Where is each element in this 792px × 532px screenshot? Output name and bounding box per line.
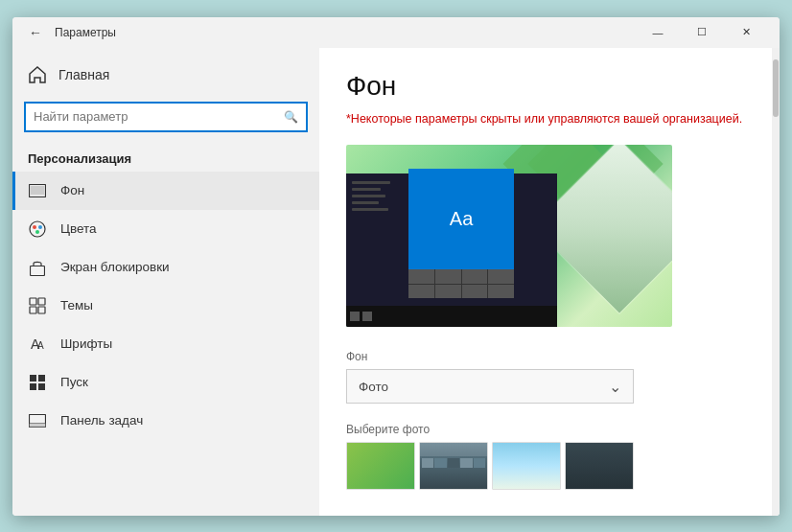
fonts-label: Шрифты [60, 336, 112, 351]
svg-rect-1 [31, 186, 44, 195]
themes-label: Темы [60, 298, 93, 312]
start-icon [28, 373, 47, 392]
grid-cell-5 [408, 285, 434, 299]
svg-rect-15 [30, 383, 36, 390]
svg-rect-8 [38, 298, 45, 305]
grid-cell-1 [408, 269, 434, 284]
desktop-line-2 [352, 188, 381, 191]
sidebar-item-fonts[interactable]: A A Шрифты [12, 325, 319, 363]
sidebar-item-colors[interactable]: Цвета [12, 210, 319, 248]
titlebar: ← Параметры — ☐ ✕ [12, 17, 780, 48]
photos-row [346, 442, 753, 490]
lockscreen-icon [28, 258, 47, 277]
main-panel: Фон *Некоторые параметры скрыты или упра… [319, 48, 780, 516]
svg-point-2 [30, 221, 45, 237]
taskbar-icon-1 [350, 312, 360, 321]
sidebar-item-start[interactable]: Пуск [12, 363, 319, 402]
svg-point-3 [33, 225, 36, 229]
svg-rect-7 [30, 298, 36, 305]
svg-text:A: A [37, 340, 44, 351]
colors-icon [28, 220, 47, 239]
grid-cell-4 [488, 269, 514, 284]
start-label: Пуск [60, 375, 88, 389]
city-grid [420, 456, 487, 489]
taskbar-icon-2 [362, 312, 372, 321]
desktop-line-3 [352, 195, 385, 197]
home-icon [28, 65, 47, 84]
themes-icon [28, 296, 47, 315]
grid-cell-8 [488, 285, 514, 299]
home-label: Главная [58, 67, 109, 82]
sidebar-item-background[interactable]: Фон [12, 172, 319, 210]
svg-rect-10 [38, 307, 45, 313]
sidebar-item-themes[interactable]: Темы [12, 287, 319, 325]
desktop-line-4 [352, 201, 379, 204]
content-area: Главная 🔍 Персонализация Фон [12, 48, 780, 516]
background-label: Фон [60, 183, 84, 197]
settings-window: ← Параметры — ☐ ✕ Главная 🔍 [12, 17, 780, 516]
close-button[interactable]: ✕ [724, 17, 768, 48]
fonts-icon: A A [28, 335, 47, 354]
window-controls: — ☐ ✕ [636, 17, 768, 48]
svg-rect-6 [31, 266, 45, 275]
dropdown-arrow-icon: ⌄ [609, 378, 621, 396]
desktop-line-5 [352, 208, 388, 211]
background-dropdown[interactable]: Фото ⌄ [346, 369, 634, 404]
svg-point-5 [35, 230, 39, 234]
grid-cell-3 [462, 269, 488, 284]
grid-cell-7 [462, 285, 488, 299]
dropdown-value: Фото [359, 380, 388, 394]
background-preview: Аа [346, 145, 672, 327]
page-title: Фон [346, 71, 753, 102]
lockscreen-label: Экран блокировки [60, 260, 170, 274]
sidebar-item-taskbar[interactable]: Панель задач [12, 402, 319, 440]
search-input[interactable] [34, 109, 284, 124]
sidebar-item-home[interactable]: Главная [12, 56, 319, 94]
photo-thumb-3[interactable] [492, 442, 561, 490]
notice-text: *Некоторые параметры скрыты или управляю… [346, 111, 753, 128]
scrollbar-track[interactable] [772, 48, 780, 516]
back-button[interactable]: ← [24, 21, 47, 44]
taskbar-icon [28, 411, 47, 430]
search-icon: 🔍 [284, 110, 298, 124]
taskbar-label: Панель задач [60, 413, 143, 428]
svg-point-4 [38, 225, 42, 229]
grid-cell-6 [435, 285, 461, 299]
svg-rect-9 [30, 307, 36, 313]
blue-tile: Аа [408, 169, 514, 269]
photo-thumb-2[interactable] [419, 442, 488, 490]
svg-rect-14 [38, 375, 45, 382]
desktop-line-1 [352, 181, 390, 184]
photo-thumb-4[interactable] [565, 442, 634, 490]
section-title: Персонализация [12, 140, 319, 172]
window-title: Параметры [55, 26, 636, 39]
grid-cell-2 [435, 269, 461, 284]
minimize-button[interactable]: — [636, 17, 680, 48]
maximize-button[interactable]: ☐ [680, 17, 724, 48]
sidebar: Главная 🔍 Персонализация Фон [12, 48, 319, 516]
search-container[interactable]: 🔍 [24, 102, 308, 132]
desktop-taskbar [346, 306, 557, 327]
background-field-label: Фон [346, 350, 753, 363]
sidebar-item-lockscreen[interactable]: Экран блокировки [12, 248, 319, 287]
grid-tiles [408, 269, 514, 298]
svg-rect-16 [38, 383, 45, 390]
svg-rect-13 [30, 375, 36, 382]
background-icon [28, 181, 47, 200]
choose-photo-label: Выберите фото [346, 423, 753, 436]
photo-thumb-1[interactable] [346, 442, 415, 490]
colors-label: Цвета [60, 221, 97, 236]
scrollbar-thumb[interactable] [773, 59, 779, 117]
tile-text: Аа [450, 208, 474, 230]
svg-rect-18 [30, 423, 46, 427]
